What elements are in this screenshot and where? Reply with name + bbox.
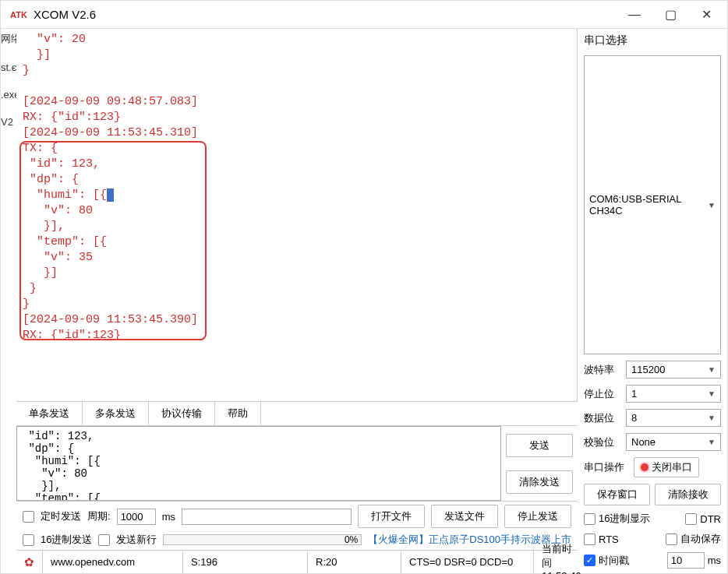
open-file-button[interactable]: 打开文件 bbox=[358, 505, 425, 528]
parity-select[interactable]: None▼ bbox=[626, 433, 721, 451]
window-title: XCOM V2.6 bbox=[34, 8, 96, 21]
tab-protocol[interactable]: 协议传输 bbox=[149, 402, 215, 425]
timed-send-label: 定时发送 bbox=[41, 509, 81, 523]
status-url[interactable]: www.openedv.com bbox=[43, 551, 183, 573]
gear-icon[interactable]: ✿ bbox=[24, 555, 34, 569]
rts-checkbox[interactable] bbox=[584, 534, 595, 545]
chevron-down-icon: ▼ bbox=[708, 365, 716, 374]
status-sent: S:196 bbox=[183, 551, 308, 573]
status-cts: CTS=0 DSR=0 DCD=0 bbox=[401, 551, 534, 573]
dtr-checkbox[interactable] bbox=[685, 513, 697, 525]
receive-textarea[interactable]: "v": 20 }] } [2024-09-09 09:48:57.083] R… bbox=[16, 29, 578, 401]
chevron-down-icon: ▼ bbox=[708, 389, 716, 398]
send-newline-label: 发送新行 bbox=[116, 533, 157, 547]
cycle-input[interactable] bbox=[117, 509, 156, 525]
autosave-checkbox[interactable] bbox=[666, 534, 677, 545]
tab-help[interactable]: 帮助 bbox=[215, 402, 261, 425]
stop-send-button[interactable]: 停止发送 bbox=[504, 505, 571, 528]
stopbit-select[interactable]: 1▼ bbox=[626, 385, 721, 403]
receive-log-post: "v": 80 }], "temp": [{ "v": 35 }] } } [2… bbox=[23, 204, 198, 342]
tab-multi-send[interactable]: 多条发送 bbox=[83, 402, 149, 425]
parity-label: 校验位 bbox=[584, 435, 621, 449]
tab-single-send[interactable]: 单条发送 bbox=[16, 402, 83, 425]
send-progress: 0% bbox=[163, 534, 362, 545]
progress-percent: 0% bbox=[345, 534, 358, 545]
clear-recv-button[interactable]: 清除接收 bbox=[655, 484, 721, 505]
cycle-unit: ms bbox=[162, 511, 175, 523]
serial-panel-title: 串口选择 bbox=[584, 33, 721, 48]
timed-send-checkbox[interactable] bbox=[23, 511, 34, 523]
minimize-button[interactable]: — bbox=[617, 3, 652, 26]
stopbit-label: 停止位 bbox=[584, 387, 621, 401]
receive-log-pre: "v": 20 }] } [2024-09-09 09:48:57.083] R… bbox=[23, 33, 198, 202]
ad-link[interactable]: 【火爆全网】正点原子DS100手持示波器上市 bbox=[368, 533, 571, 547]
dtr-label: DTR bbox=[700, 513, 721, 525]
port-select[interactable]: COM6:USB-SERIAL CH34C▼ bbox=[584, 55, 721, 354]
status-bar: ✿ www.openedv.com S:196 R:20 CTS=0 DSR=0… bbox=[16, 550, 578, 573]
hex-send-checkbox[interactable] bbox=[23, 534, 34, 546]
send-newline-checkbox[interactable] bbox=[98, 534, 110, 546]
close-port-button[interactable]: 关闭串口 bbox=[634, 457, 699, 477]
titlebar: ATK XCOM V2.6 — ▢ ✕ bbox=[1, 1, 727, 29]
record-icon bbox=[641, 463, 648, 471]
maximize-button[interactable]: ▢ bbox=[652, 3, 688, 26]
status-recv: R:20 bbox=[308, 551, 401, 573]
chevron-down-icon: ▼ bbox=[708, 201, 716, 210]
hex-send-label: 16进制发送 bbox=[41, 533, 92, 547]
databit-select[interactable]: 8▼ bbox=[626, 409, 721, 427]
hex-display-checkbox[interactable] bbox=[584, 513, 595, 525]
baud-select[interactable]: 115200▼ bbox=[626, 361, 721, 379]
serial-panel: 串口选择 COM6:USB-SERIAL CH34C▼ 波特率 115200▼ … bbox=[578, 29, 727, 573]
send-file-button[interactable]: 发送文件 bbox=[431, 505, 498, 528]
rts-label: RTS bbox=[599, 534, 619, 545]
timestamp-checkbox[interactable]: ✓ bbox=[584, 555, 595, 566]
chevron-down-icon: ▼ bbox=[708, 438, 716, 446]
timestamp-unit: ms bbox=[708, 555, 721, 566]
timestamp-label: 时间戳 bbox=[599, 554, 629, 568]
send-button[interactable]: 发送 bbox=[506, 434, 573, 457]
send-tabs: 单条发送 多条发送 协议传输 帮助 bbox=[16, 401, 578, 426]
app-icon: ATK bbox=[10, 6, 27, 23]
save-window-button[interactable]: 保存窗口 bbox=[584, 484, 650, 505]
cycle-label: 周期: bbox=[87, 509, 111, 523]
serial-op-label: 串口操作 bbox=[584, 460, 629, 474]
hex-display-label: 16进制显示 bbox=[599, 512, 650, 526]
databit-label: 数据位 bbox=[584, 411, 621, 425]
close-button[interactable]: ✕ bbox=[688, 3, 724, 26]
file-path-input[interactable] bbox=[182, 509, 352, 525]
clear-send-button[interactable]: 清除发送 bbox=[506, 470, 573, 494]
chevron-down-icon: ▼ bbox=[708, 414, 716, 422]
caret bbox=[107, 188, 114, 202]
background-gutter: 网络 st.є .exє V2 bbox=[1, 29, 16, 573]
autosave-label: 自动保存 bbox=[680, 532, 721, 546]
timestamp-input[interactable] bbox=[667, 552, 705, 569]
send-textarea[interactable] bbox=[16, 426, 501, 501]
baud-label: 波特率 bbox=[584, 363, 621, 377]
